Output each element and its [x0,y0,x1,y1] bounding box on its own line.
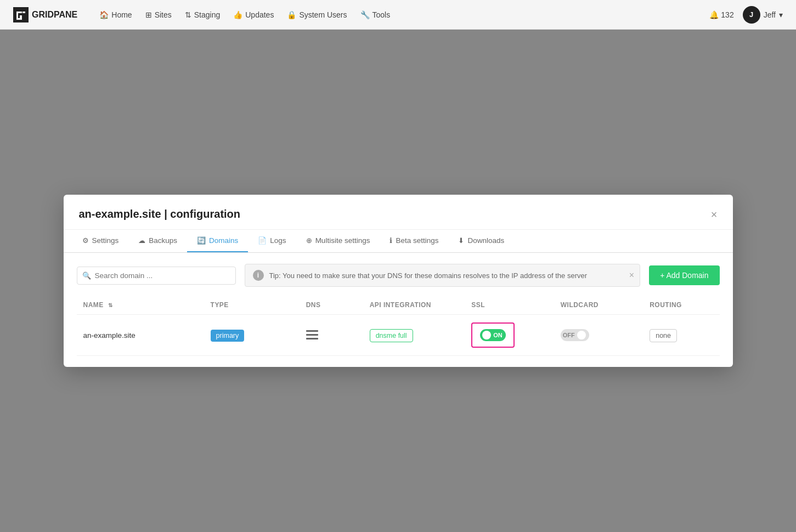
notifications-button[interactable]: 🔔 132 [709,10,733,19]
search-icon: 🔍 [82,271,91,280]
logo[interactable]: GRIDPANE [13,7,77,22]
col-header-wildcard: WILDCARD [554,296,643,315]
tools-icon: 🔧 [360,10,370,19]
logs-icon: 📄 [258,236,267,245]
user-name: Jeff [764,10,776,19]
logo-text: GRIDPANE [32,10,77,20]
table-row: an-example.site primary [77,315,720,356]
modal-title: an-example.site | configuration [79,208,241,220]
tab-logs[interactable]: 📄 Logs [248,230,296,252]
wildcard-toggle-label: OFF [563,332,575,338]
beta-icon: ℹ [389,236,392,245]
notifications-count: 132 [721,10,733,19]
info-icon: i [253,270,264,281]
svg-rect-2 [306,334,318,336]
nav-sites[interactable]: ⊞ Sites [145,10,172,19]
add-domain-button[interactable]: + Add Domain [649,265,719,285]
table-body: an-example.site primary [77,315,720,356]
nav-home[interactable]: 🏠 Home [99,10,132,19]
backups-icon: ☁ [138,236,145,245]
svg-rect-1 [306,330,318,332]
cell-name: an-example.site [77,315,204,356]
ssl-highlight-box: ON [471,322,515,348]
toggle-circle [482,331,491,339]
bell-icon: 🔔 [709,10,719,19]
svg-rect-3 [306,338,318,339]
wildcard-toggle-circle [577,331,586,339]
nav-updates[interactable]: 👍 Updates [233,10,274,19]
col-header-ssl: SSL [465,296,554,315]
search-box: 🔍 [77,267,236,285]
close-button[interactable]: × [711,209,718,220]
cell-api-integration: dnsme full [363,315,465,356]
routing-badge: none [650,329,677,342]
col-header-type: TYPE [204,296,300,315]
modal-body: 🔍 i Tip: You need to make sure that your… [64,253,733,367]
svg-rect-0 [13,7,29,22]
cell-type: primary [204,315,300,356]
multisite-icon: ⊕ [306,236,312,245]
table-head: NAME ⇅ TYPE DNS API INTEGRATION [77,296,720,315]
settings-icon: ⚙ [82,236,89,245]
wildcard-toggle[interactable]: OFF [561,329,589,341]
cell-dns [300,315,363,356]
col-header-dns: DNS [300,296,363,315]
modal-overlay: an-example.site | configuration × ⚙ Sett… [0,30,796,532]
tab-settings[interactable]: ⚙ Settings [72,230,129,252]
top-nav: GRIDPANE 🏠 Home ⊞ Sites ⇅ Staging 👍 Upda… [0,0,796,30]
nav-right: 🔔 132 J Jeff ▾ [709,6,783,24]
avatar: J [743,6,760,24]
tab-beta-settings[interactable]: ℹ Beta settings [380,230,448,252]
system-users-icon: 🔒 [287,10,296,19]
api-badge: dnsme full [370,329,413,342]
tab-multisite-settings[interactable]: ⊕ Multisite settings [296,230,380,252]
search-input[interactable] [77,267,236,285]
tabs-bar: ⚙ Settings ☁ Backups 🔄 Domains 📄 Logs ⊕ … [64,230,733,253]
sort-icon: ⇅ [108,302,112,308]
ssl-toggle-label: ON [493,332,503,338]
tab-domains[interactable]: 🔄 Domains [187,230,248,252]
home-icon: 🏠 [99,10,109,19]
tip-close-button[interactable]: × [629,271,634,280]
ssl-toggle[interactable]: ON [480,329,506,341]
domains-table: NAME ⇅ TYPE DNS API INTEGRATION [77,296,720,356]
toolbar-row: 🔍 i Tip: You need to make sure that your… [77,264,720,287]
sites-icon: ⊞ [145,10,152,19]
tip-box: i Tip: You need to make sure that your D… [245,264,641,287]
nav-staging[interactable]: ⇅ Staging [185,10,220,19]
modal-header: an-example.site | configuration × [64,195,733,230]
cell-ssl: ON [465,315,554,356]
type-badge: primary [211,330,245,342]
user-menu[interactable]: J Jeff ▾ [743,6,783,24]
domains-icon: 🔄 [197,236,206,245]
dns-list-icon[interactable] [306,330,357,340]
tip-text: Tip: You need to make sure that your DNS… [269,271,588,280]
downloads-icon: ⬇ [458,236,464,245]
nav-tools[interactable]: 🔧 Tools [360,10,391,19]
cell-wildcard: OFF [554,315,643,356]
col-header-routing: ROUTING [643,296,719,315]
col-header-name: NAME ⇅ [77,296,204,315]
tab-downloads[interactable]: ⬇ Downloads [448,230,514,252]
cell-routing: none [643,315,719,356]
updates-icon: 👍 [233,10,242,19]
modal: an-example.site | configuration × ⚙ Sett… [64,195,733,367]
chevron-down-icon: ▾ [779,10,783,19]
nav-system-users[interactable]: 🔒 System Users [287,10,347,19]
tab-backups[interactable]: ☁ Backups [128,230,187,252]
col-header-api: API INTEGRATION [363,296,465,315]
nav-links: 🏠 Home ⊞ Sites ⇅ Staging 👍 Updates 🔒 Sys… [99,10,694,19]
staging-icon: ⇅ [185,10,191,19]
